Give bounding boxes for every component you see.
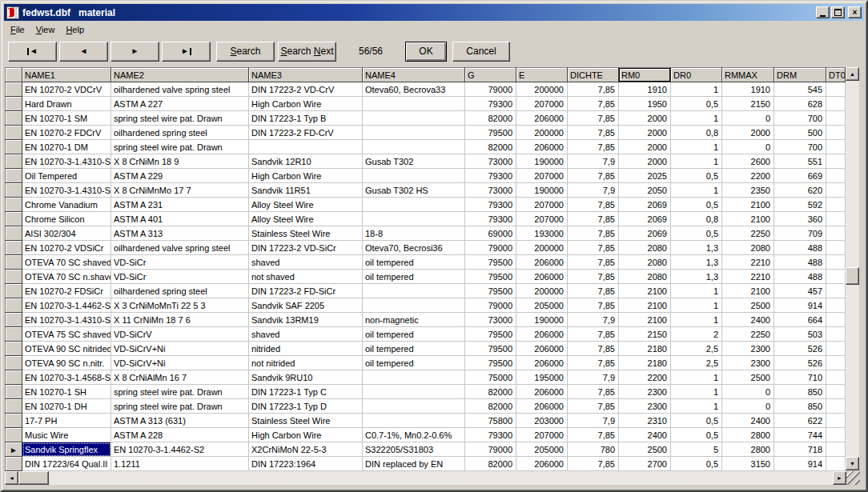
- cell-NAME4[interactable]: DIN replaced by EN: [363, 457, 465, 471]
- cell-E[interactable]: 207000: [516, 212, 568, 226]
- cell-E[interactable]: 190000: [516, 154, 568, 169]
- cancel-button[interactable]: Cancel: [452, 42, 510, 62]
- cell-DRM[interactable]: 710: [774, 370, 826, 385]
- menu-view[interactable]: View: [30, 23, 61, 36]
- row-marker[interactable]: [6, 428, 22, 442]
- cell-NAME1[interactable]: EN 10270-1 DH: [22, 399, 111, 414]
- cell-G[interactable]: 75800: [465, 414, 516, 428]
- cell-NAME3[interactable]: Sandvik 11R51: [249, 183, 363, 198]
- cell-RM0[interactable]: 2069: [619, 198, 671, 212]
- cell-DR0[interactable]: 0,5: [671, 169, 722, 183]
- cell-RMMAX[interactable]: 2500: [722, 298, 774, 313]
- cell-DRM[interactable]: 360: [774, 212, 826, 226]
- prior-record-button[interactable]: ◄: [59, 42, 108, 62]
- cell-RM0[interactable]: 2300: [619, 399, 671, 414]
- cell-G[interactable]: 79500: [465, 342, 516, 356]
- cell-G[interactable]: 82000: [465, 140, 516, 154]
- cell-DRM[interactable]: 500: [774, 126, 826, 140]
- cell-RM0[interactable]: 2080: [619, 255, 671, 270]
- cell-NAME1[interactable]: EN 10270-3-1.4310-S2: [22, 183, 111, 198]
- cell-DR0[interactable]: 1: [671, 284, 722, 298]
- cell-DICHTE[interactable]: 7,85: [568, 298, 619, 313]
- cell-E[interactable]: 206000: [516, 385, 568, 399]
- cell-NAME1[interactable]: EN 10270-2 FDSiCr: [22, 284, 111, 298]
- cell-DT0[interactable]: [826, 111, 846, 126]
- cell-NAME2[interactable]: 1.1211: [111, 457, 249, 471]
- cell-NAME4[interactable]: [363, 370, 465, 385]
- cell-DT0[interactable]: [826, 226, 846, 241]
- cell-G[interactable]: 82000: [465, 399, 516, 414]
- cell-NAME3[interactable]: High Carbon Wire: [249, 428, 363, 442]
- cell-DT0[interactable]: [826, 255, 846, 270]
- cell-NAME2[interactable]: ASTM A 313: [111, 226, 249, 241]
- cell-NAME4[interactable]: 18-8: [363, 226, 465, 241]
- cell-DICHTE[interactable]: 7,85: [568, 140, 619, 154]
- cell-DR0[interactable]: 1: [671, 82, 722, 97]
- cell-NAME1[interactable]: Chrome Silicon: [22, 212, 111, 226]
- cell-G[interactable]: 79300: [465, 97, 516, 111]
- cell-NAME4[interactable]: [363, 298, 465, 313]
- cell-G[interactable]: 73000: [465, 313, 516, 327]
- cell-NAME4[interactable]: S322205/S31803: [363, 442, 465, 457]
- cell-DICHTE[interactable]: 7,9: [568, 183, 619, 198]
- horizontal-scrollbar[interactable]: ◄ ►: [5, 471, 860, 485]
- cell-NAME2[interactable]: VD-SiCrV+Ni: [111, 342, 249, 356]
- cell-NAME4[interactable]: [363, 140, 465, 154]
- cell-NAME1[interactable]: OTEVA 90 SC nitrided: [22, 342, 111, 356]
- row-marker[interactable]: [6, 385, 22, 399]
- cell-RM0[interactable]: 2069: [619, 226, 671, 241]
- cell-NAME3[interactable]: X2CrNiMoN 22-5-3: [249, 442, 363, 457]
- cell-DR0[interactable]: 0,8: [671, 212, 722, 226]
- cell-NAME3[interactable]: Alloy Steel Wire: [249, 198, 363, 212]
- cell-G[interactable]: 79500: [465, 356, 516, 370]
- column-header-G[interactable]: G: [465, 68, 516, 82]
- cell-DRM[interactable]: 503: [774, 327, 826, 342]
- cell-NAME3[interactable]: Sandvik SAF 2205: [249, 298, 363, 313]
- cell-E[interactable]: 206000: [516, 342, 568, 356]
- cell-NAME3[interactable]: not shaved: [249, 270, 363, 284]
- cell-DICHTE[interactable]: 7,85: [568, 111, 619, 126]
- cell-DICHTE[interactable]: 7,85: [568, 356, 619, 370]
- cell-DR0[interactable]: 1: [671, 399, 722, 414]
- cell-RMMAX[interactable]: 2300: [722, 342, 774, 356]
- cell-NAME3[interactable]: DIN 17223-2 VD-CrV: [249, 82, 363, 97]
- cell-RMMAX[interactable]: 2400: [722, 414, 774, 428]
- search-button[interactable]: Search: [216, 42, 275, 62]
- cell-NAME1[interactable]: Hard Drawn: [22, 97, 111, 111]
- cell-DRM[interactable]: 718: [774, 442, 826, 457]
- row-marker[interactable]: [6, 270, 22, 284]
- minimize-button[interactable]: [816, 6, 830, 18]
- row-marker[interactable]: [6, 212, 22, 226]
- cell-G[interactable]: 79000: [465, 82, 516, 97]
- cell-RM0[interactable]: 1950: [619, 97, 671, 111]
- cell-RM0[interactable]: 1910: [619, 82, 671, 97]
- cell-NAME1[interactable]: Chrome Vanadium: [22, 198, 111, 212]
- cell-DICHTE[interactable]: 7,85: [568, 399, 619, 414]
- row-marker[interactable]: [6, 241, 22, 255]
- cell-NAME2[interactable]: VD-SiCrV: [111, 327, 249, 342]
- cell-DR0[interactable]: 1: [671, 385, 722, 399]
- cell-DRM[interactable]: 709: [774, 226, 826, 241]
- cell-DICHTE[interactable]: 7,85: [568, 457, 619, 471]
- cell-DRM[interactable]: 700: [774, 140, 826, 154]
- cell-NAME2[interactable]: spring steel wire pat. Drawn: [111, 399, 249, 414]
- cell-RM0[interactable]: 2080: [619, 241, 671, 255]
- row-marker[interactable]: [6, 342, 22, 356]
- cell-RMMAX[interactable]: 2210: [722, 255, 774, 270]
- column-header-DT0[interactable]: DT0: [826, 68, 846, 82]
- cell-DICHTE[interactable]: 7,85: [568, 97, 619, 111]
- cell-E[interactable]: 200000: [516, 82, 568, 97]
- cell-DR0[interactable]: 5: [671, 442, 722, 457]
- cell-DRM[interactable]: 700: [774, 111, 826, 126]
- row-marker[interactable]: [6, 183, 22, 198]
- cell-DICHTE[interactable]: 7,85: [568, 342, 619, 356]
- cell-G[interactable]: 79500: [465, 327, 516, 342]
- cell-DT0[interactable]: [826, 313, 846, 327]
- cell-RMMAX[interactable]: 2100: [722, 284, 774, 298]
- cell-NAME4[interactable]: [363, 385, 465, 399]
- cell-RMMAX[interactable]: 2300: [722, 356, 774, 370]
- cell-NAME4[interactable]: oil tempered: [363, 255, 465, 270]
- cell-G[interactable]: 79500: [465, 126, 516, 140]
- row-marker[interactable]: [6, 111, 22, 126]
- vertical-scroll-thumb[interactable]: [846, 267, 859, 285]
